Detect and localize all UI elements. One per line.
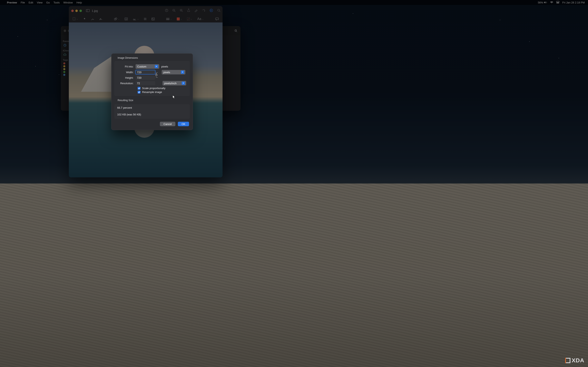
svg-rect-37 (156, 75, 157, 76)
resolution-units-select[interactable]: pixels/inch (163, 81, 186, 85)
section-resulting-size: Resulting Size (112, 96, 193, 103)
cancel-button[interactable]: Cancel (160, 122, 175, 126)
adjust-size-dialog: Image Dimensions Fit into: Custom pixels… (111, 53, 193, 130)
ok-button[interactable]: OK (178, 122, 189, 126)
resolution-label: Resolution: (117, 82, 136, 85)
resample-image-checkbox[interactable]: Resample image (138, 91, 187, 94)
resulting-size-box: 66.7 percent 102 KB (was 56 KB) (114, 104, 190, 119)
lock-icon[interactable] (155, 73, 158, 77)
checkbox-checked-icon (138, 91, 140, 94)
section-image-dimensions: Image Dimensions (112, 54, 193, 61)
fit-into-value: Custom (137, 65, 146, 68)
fit-into-label: Fit into: (117, 65, 136, 68)
checkbox-checked-icon (138, 87, 140, 90)
resolution-units-value: pixels/inch (164, 82, 177, 85)
fit-into-suffix: pixels (161, 65, 168, 68)
resulting-percent: 66.7 percent (117, 106, 187, 109)
height-label: Height: (117, 76, 136, 79)
scale-proportionally-checkbox[interactable]: Scale proportionally (138, 87, 187, 90)
resulting-filesize: 102 KB (was 56 KB) (117, 113, 187, 116)
units-select[interactable]: pixels (162, 70, 185, 75)
height-input[interactable] (136, 76, 155, 80)
width-input[interactable] (136, 70, 155, 74)
width-label: Width: (117, 71, 136, 74)
scale-proportionally-label: Scale proportionally (142, 87, 165, 90)
fit-into-select[interactable]: Custom (136, 64, 159, 69)
units-value: pixels (163, 71, 170, 74)
resolution-input[interactable] (136, 81, 155, 85)
resample-image-label: Resample image (142, 91, 162, 94)
